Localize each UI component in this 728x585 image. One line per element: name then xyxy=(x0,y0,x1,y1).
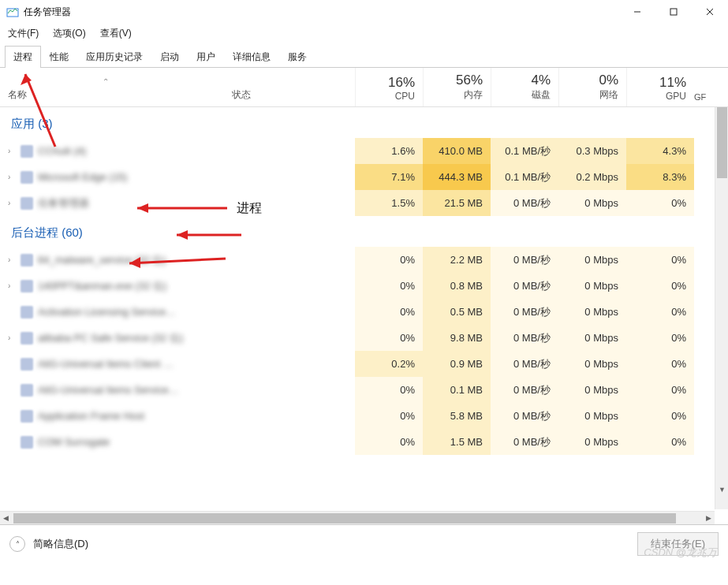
tab-app-history[interactable]: 应用历史记录 xyxy=(77,46,151,68)
table-header: 名称 ⌃ 状态 16% CPU 56% 内存 4% 磁盘 0% 网络 11% G… xyxy=(0,68,728,107)
cell-net: 0 Mbps xyxy=(558,299,626,325)
menu-file[interactable]: 文件(F) xyxy=(6,25,40,42)
scroll-down-icon[interactable]: ▼ xyxy=(719,486,726,494)
cell-disk: 0 MB/秒 xyxy=(491,299,558,325)
table-row[interactable]: COM Surrogate0%1.5 MB0 MB/秒0 Mbps0% xyxy=(0,429,728,455)
tab-performance[interactable]: 性能 xyxy=(41,46,77,68)
table-row[interactable]: Activation Licensing Service…0%0.5 MB0 M… xyxy=(0,299,728,325)
cell-net: 0 Mbps xyxy=(558,403,626,429)
cpu-percent: 16% xyxy=(388,75,415,91)
cell-disk: 0 MB/秒 xyxy=(491,273,558,299)
col-status-label: 状态 xyxy=(232,88,251,102)
vertical-scrollbar[interactable]: ▲ ▼ xyxy=(715,107,728,509)
table-row[interactable]: › CChuili (4)1.6%410.0 MB0.1 MB/秒0.3 Mbp… xyxy=(0,138,728,164)
cell-net: 0.2 Mbps xyxy=(558,164,626,190)
cell-mem: 21.5 MB xyxy=(423,190,491,216)
col-status[interactable]: 状态 xyxy=(229,68,355,106)
table-row[interactable]: › alibaba PC Safe Service (32 位)0%9.8 MB… xyxy=(0,325,728,351)
group-header[interactable]: 后台进程 (60) xyxy=(0,216,728,247)
cell-gpu: 0% xyxy=(626,190,694,216)
col-cpu[interactable]: 16% CPU xyxy=(355,68,423,106)
expand-chevron-icon[interactable]: › xyxy=(8,173,16,181)
process-name: Activation Licensing Service… xyxy=(38,306,176,318)
cell-cpu: 0% xyxy=(355,429,423,455)
process-name: Application Frame Host xyxy=(38,410,144,422)
maximize-button[interactable] xyxy=(655,0,692,24)
cell-disk: 0.1 MB/秒 xyxy=(491,138,558,164)
expand-chevron-icon[interactable]: › xyxy=(8,255,16,264)
scroll-thumb-h[interactable] xyxy=(13,513,676,524)
fewer-details-toggle[interactable]: ˄ 简略信息(D) xyxy=(9,536,88,552)
cell-net: 0 Mbps xyxy=(558,429,626,455)
horizontal-scrollbar[interactable]: ◀ ▶ xyxy=(0,511,715,524)
cell-net: 0 Mbps xyxy=(558,325,626,351)
scroll-right-icon[interactable]: ▶ xyxy=(706,514,711,522)
cell-mem: 0.9 MB xyxy=(423,351,491,377)
cell-net: 0 Mbps xyxy=(558,351,626,377)
minimize-button[interactable] xyxy=(619,0,655,24)
tab-services[interactable]: 服务 xyxy=(279,46,315,68)
table-row[interactable]: › 任务管理器1.5%21.5 MB0 MB/秒0 Mbps0% xyxy=(0,190,728,216)
col-name[interactable]: 名称 ⌃ xyxy=(0,68,229,106)
col-memory[interactable]: 56% 内存 xyxy=(423,68,491,106)
footer: ˄ 简略信息(D) 结束任务(E) xyxy=(0,525,728,563)
cell-net: 0.3 Mbps xyxy=(558,138,626,164)
table-row[interactable]: › Microsoft Edge (15)7.1%444.3 MB0.1 MB/… xyxy=(0,164,728,190)
process-name: Microsoft Edge (15) xyxy=(38,171,127,183)
expand-chevron-icon[interactable]: › xyxy=(8,333,16,342)
cell-gpu: 0% xyxy=(626,325,694,351)
cell-disk: 0 MB/秒 xyxy=(491,377,558,403)
expand-chevron-icon[interactable]: › xyxy=(8,281,16,290)
cell-mem: 410.0 MB xyxy=(423,138,491,164)
chevron-up-icon: ˄ xyxy=(9,536,25,552)
cell-mem: 0.5 MB xyxy=(423,299,491,325)
cell-cpu: 0% xyxy=(355,299,423,325)
cell-cpu: 0.2% xyxy=(355,351,423,377)
tab-processes[interactable]: 进程 xyxy=(5,46,41,68)
process-icon xyxy=(21,358,33,371)
process-name: 140PPT&anman.exe (32 位) xyxy=(38,279,166,293)
col-gpu[interactable]: 11% GPU xyxy=(626,68,694,106)
cell-net: 0 Mbps xyxy=(558,247,626,273)
col-network[interactable]: 0% 网络 xyxy=(558,68,626,106)
expand-chevron-icon[interactable]: › xyxy=(8,147,16,155)
process-icon xyxy=(21,410,33,423)
cell-disk: 0 MB/秒 xyxy=(491,325,558,351)
end-task-button[interactable]: 结束任务(E) xyxy=(637,532,719,556)
window-title: 任务管理器 xyxy=(24,6,619,19)
table-row[interactable]: AliG-Universal Items Service…0%0.1 MB0 M… xyxy=(0,377,728,403)
tab-startup[interactable]: 启动 xyxy=(151,46,188,68)
cpu-label: CPU xyxy=(395,91,415,102)
close-button[interactable] xyxy=(692,0,728,24)
cell-gpu: 0% xyxy=(626,299,694,325)
col-disk[interactable]: 4% 磁盘 xyxy=(491,68,558,106)
scroll-thumb-v[interactable] xyxy=(717,107,727,178)
cell-mem: 0.1 MB xyxy=(423,377,491,403)
table-body: 应用 (3)› CChuili (4)1.6%410.0 MB0.1 MB/秒0… xyxy=(0,107,728,509)
process-name: AliG-Universal Items Service… xyxy=(38,384,178,396)
cell-mem: 5.8 MB xyxy=(423,403,491,429)
network-label: 网络 xyxy=(599,88,618,102)
menu-view[interactable]: 查看(V) xyxy=(99,25,133,42)
process-icon xyxy=(21,280,33,292)
group-header[interactable]: 应用 (3) xyxy=(0,107,728,138)
cell-gpu: 0% xyxy=(626,351,694,377)
cell-cpu: 0% xyxy=(355,377,423,403)
table-row[interactable]: › 64_malware_service (32 位)0%2.2 MB0 MB/… xyxy=(0,247,728,273)
menu-options[interactable]: 选项(O) xyxy=(51,25,87,42)
disk-label: 磁盘 xyxy=(532,88,551,102)
scroll-left-icon[interactable]: ◀ xyxy=(3,514,9,522)
table-row[interactable]: Application Frame Host0%5.8 MB0 MB/秒0 Mb… xyxy=(0,403,728,429)
cell-cpu: 1.5% xyxy=(355,190,423,216)
table-row[interactable]: AliG-Universal Items Client …0.2%0.9 MB0… xyxy=(0,351,728,377)
expand-chevron-icon[interactable]: › xyxy=(8,199,16,207)
process-name: CChuili (4) xyxy=(38,145,86,157)
table-row[interactable]: › 140PPT&anman.exe (32 位)0%0.8 MB0 MB/秒0… xyxy=(0,273,728,299)
cell-cpu: 7.1% xyxy=(355,164,423,190)
cell-mem: 0.8 MB xyxy=(423,273,491,299)
col-gpu-engine-trunc[interactable]: GF xyxy=(694,68,708,106)
network-percent: 0% xyxy=(599,73,618,88)
tab-users[interactable]: 用户 xyxy=(188,46,224,68)
cell-mem: 2.2 MB xyxy=(423,247,491,273)
tab-details[interactable]: 详细信息 xyxy=(224,46,279,68)
